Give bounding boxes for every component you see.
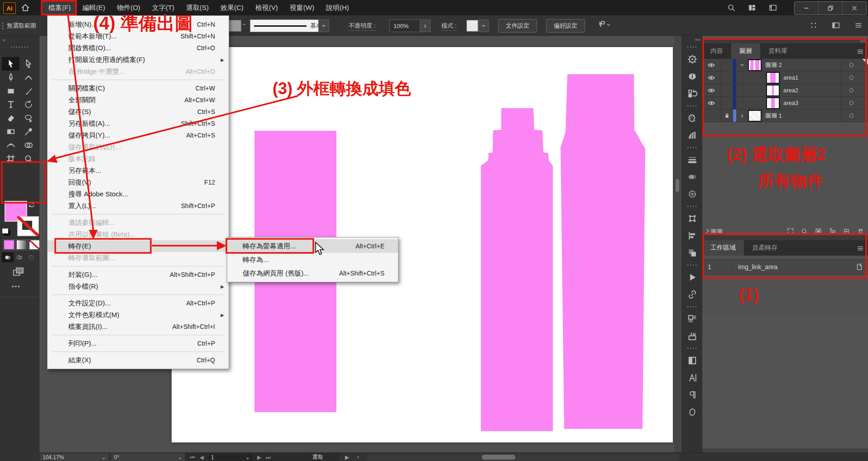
eraser-tool[interactable] — [2, 111, 19, 125]
layer-name[interactable]: area3 — [783, 100, 798, 106]
file-menu-item-7[interactable]: 關閉檔案(C)Ctrl+W — [48, 82, 229, 94]
lock-toggle[interactable] — [721, 71, 733, 84]
version-history-icon[interactable] — [682, 85, 703, 102]
rectangle-tool[interactable] — [2, 84, 19, 98]
color-icon[interactable] — [682, 109, 703, 127]
file-menu-item-14[interactable]: 另存範本... — [48, 165, 229, 176]
width-tool[interactable] — [2, 138, 19, 152]
layer-thumbnail[interactable] — [766, 97, 780, 109]
horizontal-scrollbar-thumb[interactable] — [482, 455, 515, 460]
controlbar-drag-handle[interactable] — [2, 22, 4, 30]
style-chevron-icon[interactable] — [478, 19, 489, 32]
shape-builder-tool[interactable] — [19, 138, 37, 152]
new-sublayer-icon[interactable] — [829, 228, 836, 235]
menubar-item-7[interactable]: 檢視(V) — [249, 0, 284, 15]
layer-name[interactable]: area2 — [783, 87, 798, 94]
controlbar-grid-icon[interactable] — [809, 21, 818, 30]
file-menu-item-24[interactable]: 封裝(G)...Alt+Shift+Ctrl+P — [48, 269, 229, 280]
search-icon[interactable] — [727, 3, 736, 12]
last-artboard-icon[interactable]: ⏭ — [266, 454, 271, 461]
transform-icon[interactable] — [682, 210, 703, 227]
paragraph-icon[interactable] — [682, 386, 703, 404]
stroke-style-chevron-icon[interactable] — [318, 19, 329, 32]
menubar-item-8[interactable]: 視窗(W) — [284, 0, 320, 15]
layer-thumbnail[interactable] — [766, 72, 780, 84]
gradient-mode-swatch[interactable] — [16, 240, 27, 250]
artboards-menu-icon[interactable] — [856, 244, 864, 252]
close-icon[interactable] — [842, 2, 866, 14]
style-swatch[interactable] — [466, 20, 478, 32]
layer-name[interactable]: area1 — [783, 74, 798, 81]
file-menu-item-4[interactable]: 打開最近使用過的檔案(F)▶ — [48, 54, 229, 66]
strip-drag-handle[interactable] — [686, 46, 698, 48]
swap-fill-stroke-icon[interactable] — [27, 200, 36, 209]
eye-toggle[interactable] — [702, 84, 721, 96]
layer-target-icon[interactable] — [840, 71, 862, 84]
asset-export-icon[interactable] — [682, 328, 703, 345]
zoom-level-select[interactable]: 104.17%⌄ — [40, 453, 109, 461]
strip-drag-handle[interactable] — [686, 347, 698, 349]
clipping-mask-icon[interactable] — [815, 228, 822, 235]
discover-icon[interactable] — [682, 51, 703, 68]
file-menu-item-33[interactable]: 結束(X)Ctrl+Q — [48, 354, 229, 366]
character-icon[interactable] — [682, 369, 703, 386]
paintbrush-tool[interactable] — [19, 84, 37, 98]
eye-toggle[interactable] — [702, 71, 721, 84]
minimize-icon[interactable] — [795, 2, 818, 14]
pointer-preferences-icon[interactable] — [596, 20, 611, 30]
layer-row-4[interactable]: area3 — [702, 97, 868, 109]
tab-資產轉存[interactable]: 資產轉存 — [744, 240, 786, 256]
trash-icon[interactable] — [857, 228, 864, 235]
restore-icon[interactable] — [818, 2, 842, 14]
file-menu-item-27[interactable]: 文件設定(D)...Alt+Ctrl+P — [48, 297, 229, 309]
actions-icon[interactable] — [682, 269, 703, 286]
layer-expand-icon[interactable] — [736, 62, 748, 68]
file-menu-item-17[interactable]: 置入(L)...Shift+Ctrl+P — [48, 200, 229, 212]
file-menu-item-15[interactable]: 回復(V)F12 — [48, 176, 229, 188]
strip-drag-handle[interactable] — [686, 105, 698, 107]
eye-toggle[interactable] — [702, 59, 721, 71]
rotate-tool[interactable] — [19, 98, 37, 111]
layer-expand-icon[interactable] — [736, 113, 748, 119]
gradient-tool[interactable] — [2, 125, 19, 138]
strip-drag-handle[interactable] — [686, 264, 698, 266]
color-mode-swatch[interactable] — [4, 240, 14, 250]
menubar-item-9[interactable]: 說明(H) — [320, 0, 355, 15]
new-layer-icon[interactable] — [843, 228, 850, 235]
locate-object-icon[interactable] — [801, 228, 808, 235]
file-menu-item-25[interactable]: 指令檔(R)▶ — [48, 280, 229, 292]
layer-thumbnail[interactable] — [766, 85, 780, 96]
export-submenu-item-3[interactable]: 儲存為網頁用 (舊版)...Alt+Shift+Ctrl+S — [227, 266, 398, 280]
links-icon[interactable] — [682, 286, 703, 303]
eye-toggle[interactable] — [702, 97, 721, 109]
symbols-icon[interactable] — [682, 185, 703, 203]
tab-圖層[interactable]: 圖層 — [731, 43, 760, 59]
eye-toggle[interactable] — [702, 109, 721, 122]
stroke-color-chevron-icon[interactable] — [241, 22, 247, 27]
home-icon[interactable] — [20, 3, 31, 13]
file-menu-item-29[interactable]: 檔案資訊(I)...Alt+Shift+Ctrl+I — [48, 321, 229, 333]
strip-collapse-icon[interactable]: «« — [682, 35, 703, 43]
statusbar-collapse-icon[interactable]: ‹ — [357, 454, 359, 460]
controlbar-panel-icon[interactable] — [831, 21, 840, 30]
file-menu-item-10[interactable]: 另存新檔(A)...Shift+Ctrl+S — [48, 118, 229, 129]
vertical-scrollbar-thumb[interactable] — [676, 179, 679, 192]
layer-name[interactable]: 圖層 2 — [765, 61, 782, 69]
menubar-item-1[interactable]: 檔案(F) — [43, 0, 77, 15]
vertical-scrollbar[interactable] — [674, 35, 681, 452]
stroke-icon[interactable] — [682, 151, 703, 168]
direct-selection-tool[interactable] — [19, 57, 37, 71]
stroke-color-none-swatch[interactable] — [17, 216, 39, 236]
controlbar-menu-icon[interactable] — [854, 21, 863, 30]
strip-drag-handle[interactable] — [686, 306, 698, 308]
opacity-stepper-icon[interactable]: › — [420, 19, 431, 32]
draw-behind-icon[interactable] — [14, 252, 25, 262]
next-artboard-icon[interactable]: ▶ — [257, 454, 261, 461]
rotation-select[interactable]: 0°⌄ — [111, 453, 185, 461]
preferences-button[interactable]: 偏好設定 — [546, 19, 585, 33]
file-menu-item-8[interactable]: 全部關閉Alt+Ctrl+W — [48, 94, 229, 106]
statusbar-play-icon[interactable]: ▶ — [345, 454, 349, 461]
style-label[interactable]: 樣式 : — [441, 22, 456, 31]
opacity-input[interactable]: 100% — [389, 19, 424, 32]
layers-menu-icon[interactable] — [856, 48, 864, 56]
